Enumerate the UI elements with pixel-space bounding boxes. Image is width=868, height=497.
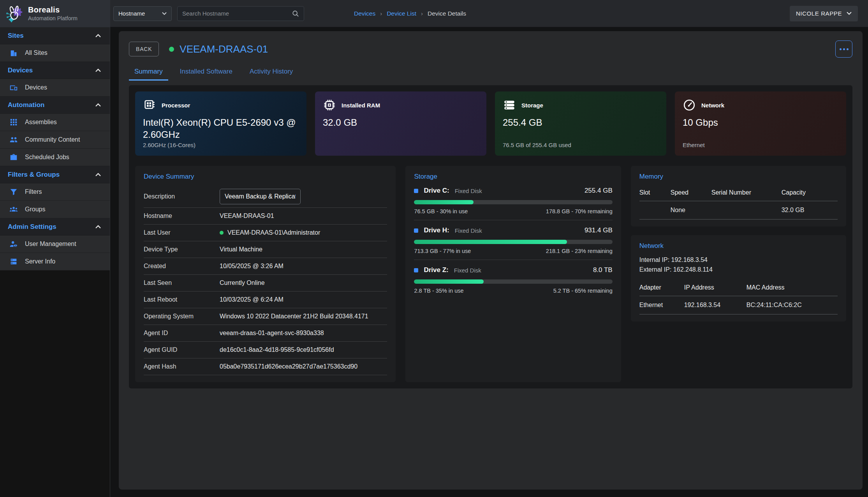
sidebar-item-devices[interactable]: Devices (0, 79, 110, 97)
server-icon (9, 257, 18, 266)
row-label: Last Seen (144, 279, 220, 286)
stat-footer (323, 142, 479, 149)
back-button[interactable]: BACK (129, 42, 159, 56)
tab-installed-software[interactable]: Installed Software (174, 65, 238, 81)
panel-title: Memory (639, 173, 838, 181)
column-header: Slot (639, 187, 671, 201)
drive-icon (414, 189, 418, 193)
installed-ram-card: Installed RAM 32.0 GB (315, 91, 486, 156)
more-actions-button[interactable] (835, 40, 852, 58)
sidebar-section-filters-groups[interactable]: Filters & Groups (0, 166, 110, 183)
sidebar-item-label: User Management (25, 241, 76, 248)
row-label: Agent GUID (144, 346, 220, 353)
summary-row-agent-id: Agent ID veeam-draas-01-agent-svc-8930a3… (144, 325, 387, 342)
sidebar-item-user-management[interactable]: User Management (0, 235, 110, 253)
top-bar: Borealis Automation Platform Hostname De… (0, 0, 868, 27)
sidebar-item-label: Groups (25, 206, 45, 213)
sidebar-item-all-sites[interactable]: All Sites (0, 44, 110, 62)
row-value: 10/05/2025 @ 3:26 AM (220, 263, 283, 270)
drive-usage-bar (414, 279, 612, 284)
drive-size: 931.4 GB (585, 227, 613, 234)
drive-used-text: 76.5 GB - 30% in use (414, 208, 468, 214)
drive-type: Fixed Disk (455, 188, 482, 194)
chevron-up-icon (95, 225, 101, 229)
search-input[interactable] (182, 10, 292, 17)
tab-bar: Summary Installed Software Activity Hist… (129, 65, 852, 81)
device-details-card: BACK VEEAM-DRAAS-01 Summary Installed So… (119, 31, 863, 490)
drive-row-z: Drive Z: Fixed Disk 8.0 TB 2.8 TB - 35% … (414, 260, 612, 299)
section-label: Sites (8, 32, 24, 40)
section-label: Admin Settings (8, 223, 56, 231)
sidebar-section-admin-settings[interactable]: Admin Settings (0, 218, 110, 235)
summary-tab-content: Processor Intel(R) Xeon(R) CPU E5-2690 v… (129, 85, 852, 388)
user-gear-icon (9, 240, 18, 248)
sidebar-section-automation[interactable]: Automation (0, 97, 110, 114)
drive-free-text: 218.1 GB - 23% remaining (546, 248, 613, 254)
devices-icon (9, 83, 18, 92)
table-cell: Ethernet (639, 296, 684, 314)
summary-row-operating-system: Operating System Windows 10 2022 Datacen… (144, 308, 387, 325)
stat-footer: 76.5 GB of 255.4 GB used (503, 142, 658, 149)
column-header: Serial Number (711, 187, 782, 201)
breadcrumb: Devices › Device List › Device Details (354, 10, 466, 17)
summary-row-last-reboot: Last Reboot 10/03/2025 @ 6:24 AM (144, 292, 387, 308)
tab-summary[interactable]: Summary (129, 65, 168, 81)
sidebar-section-sites[interactable]: Sites (0, 27, 110, 44)
internal-ip: Internal IP: 192.168.3.54 (639, 255, 838, 265)
ram-chip-icon (323, 98, 336, 112)
column-header: MAC Address (747, 282, 838, 296)
stat-label: Installed RAM (342, 102, 380, 109)
stat-footer: Ethernet (683, 142, 838, 149)
brand-subtitle: Automation Platform (28, 15, 77, 21)
stat-label: Processor (162, 102, 190, 109)
hostname-filter-select[interactable]: Hostname (113, 6, 172, 21)
device-summary-panel: Device Summary Description Hostname VEEA… (135, 166, 396, 382)
hostname-filter-value: Hostname (118, 10, 145, 17)
groups-icon (9, 205, 18, 214)
drive-name: Drive Z: (424, 266, 448, 274)
sidebar-item-label: Assemblies (25, 119, 57, 126)
description-input[interactable] (220, 189, 301, 204)
stat-value: Intel(R) Xeon(R) CPU E5-2690 v3 @ 2.60GH… (143, 116, 299, 140)
stat-footer: 2.60GHz (16-Cores) (143, 142, 299, 149)
sidebar-item-groups[interactable]: Groups (0, 201, 110, 218)
drive-icon (414, 268, 418, 272)
sidebar-item-scheduled-jobs[interactable]: Scheduled Jobs (0, 149, 110, 166)
row-label: Last User (144, 229, 220, 236)
sidebar-item-community-content[interactable]: Community Content (0, 131, 110, 149)
summary-row-device-type: Device Type Virtual Machine (144, 241, 387, 258)
row-value: Virtual Machine (220, 246, 262, 253)
breadcrumb-current: Device Details (428, 10, 466, 17)
drive-free-text: 5.2 TB - 65% remaining (553, 288, 613, 294)
brand-name: Borealis (28, 5, 77, 14)
stat-value: 255.4 GB (503, 116, 658, 128)
building-icon (9, 49, 18, 57)
row-value: 05ba0e7935171d626ecea29b27d7ae175363cd90 (220, 363, 357, 370)
online-status-icon (169, 47, 174, 52)
sidebar-section-devices[interactable]: Devices (0, 62, 110, 79)
briefcase-icon (9, 153, 18, 162)
user-menu-button[interactable]: NICOLE RAPPE (790, 6, 858, 21)
row-label: Agent ID (144, 330, 220, 337)
brand-block: Borealis Automation Platform (0, 0, 110, 27)
breadcrumb-device-list[interactable]: Device List (387, 10, 416, 17)
row-value: veeam-draas-01-agent-svc-8930a338 (220, 330, 324, 337)
row-label: Created (144, 263, 220, 270)
summary-row-agent-guid: Agent GUID de16c0c1-8aa2-4d18-9585-9ce91… (144, 342, 387, 358)
sidebar-item-filters[interactable]: Filters (0, 183, 110, 201)
sidebar-item-assemblies[interactable]: Assemblies (0, 114, 110, 131)
online-status-icon (220, 231, 224, 235)
tab-activity-history[interactable]: Activity History (244, 65, 298, 81)
panel-title: Storage (414, 173, 612, 181)
memory-panel: Memory Slot Speed Serial Number Capacity… (631, 166, 846, 227)
drive-usage-bar (414, 240, 612, 244)
drive-icon (414, 228, 418, 233)
page-title: VEEAM-DRAAS-01 (180, 43, 268, 55)
table-cell (639, 201, 671, 220)
row-value: de16c0c1-8aa2-4d18-9585-9ce91cf056fd (220, 346, 334, 353)
section-label: Devices (8, 67, 33, 74)
breadcrumb-separator: › (421, 10, 423, 17)
sidebar-item-server-info[interactable]: Server Info (0, 253, 110, 270)
breadcrumb-devices[interactable]: Devices (354, 10, 375, 17)
section-label: Automation (8, 101, 44, 109)
